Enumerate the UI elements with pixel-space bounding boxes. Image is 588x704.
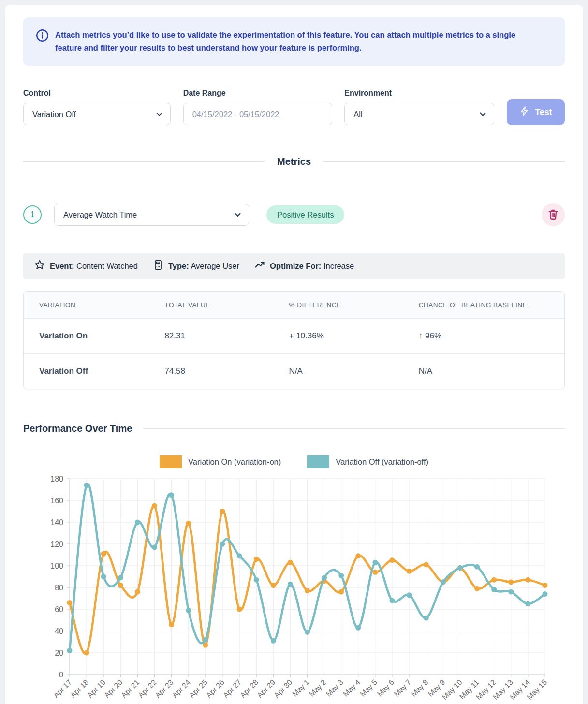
chance-value: N/A [403, 354, 564, 389]
svg-text:Apr 18: Apr 18 [69, 678, 90, 699]
table-row: Variation Off 74.58 N/A N/A [24, 354, 564, 389]
variation-name: Variation Off [24, 354, 149, 389]
svg-text:Apr 24: Apr 24 [171, 678, 192, 700]
trending-up-icon [254, 259, 265, 273]
svg-text:0: 0 [59, 671, 63, 679]
table-row: Variation On 82.31 + 10.36% ↑ 96% [24, 319, 564, 354]
svg-text:May 6: May 6 [375, 678, 396, 698]
svg-text:180: 180 [50, 475, 63, 483]
svg-text:Apr 28: Apr 28 [238, 678, 260, 699]
svg-text:140: 140 [50, 518, 63, 527]
performance-title: Performance Over Time [23, 423, 132, 434]
type-detail: Type: Average User [152, 259, 239, 273]
type-label: Type: [168, 262, 189, 270]
svg-text:Apr 26: Apr 26 [205, 678, 226, 699]
metric-row: 1 Average Watch Time Positive Results [23, 203, 565, 226]
variation-name: Variation On [24, 319, 149, 353]
event-value: Content Watched [76, 262, 138, 270]
svg-text:160: 160 [50, 497, 63, 505]
col-header-chance: CHANCE OF BEATING BASELINE [403, 292, 564, 318]
col-header-variation: VARIATION [24, 292, 149, 318]
positive-results-badge: Positive Results [266, 205, 344, 224]
chevron-down-icon [156, 110, 162, 116]
date-range-value: 04/15/2022 - 05/15/2022 [192, 110, 279, 119]
table-header-row: VARIATION TOTAL VALUE % DIFFERENCE CHANC… [24, 292, 564, 319]
svg-text:May 2: May 2 [308, 678, 328, 698]
calculator-icon [152, 259, 164, 273]
legend-label-variation-on: Variation On (variation-on) [188, 457, 281, 467]
svg-text:60: 60 [55, 605, 63, 614]
svg-text:Apr 19: Apr 19 [86, 678, 107, 699]
svg-text:Apr 30: Apr 30 [272, 678, 294, 700]
optimize-value: Increase [323, 262, 354, 270]
delete-metric-button[interactable] [542, 203, 565, 226]
line-chart-plot: 020406080100120140160180Apr 17Apr 18Apr … [23, 472, 574, 704]
col-header-total-value: TOTAL VALUE [149, 292, 273, 318]
chance-value: ↑ 96% [403, 319, 564, 353]
chevron-down-icon [480, 110, 486, 116]
metric-number-badge: 1 [23, 205, 42, 224]
legend-item-variation-off[interactable]: Variation Off (variation-off) [307, 455, 428, 468]
control-select[interactable]: Variation Off [23, 103, 171, 125]
svg-text:May 8: May 8 [410, 678, 430, 698]
svg-text:80: 80 [55, 584, 63, 592]
chart-legend: Variation On (variation-on) Variation Of… [23, 455, 565, 468]
section-rule [144, 428, 565, 429]
svg-text:100: 100 [50, 562, 63, 570]
info-banner-text: Attach metrics you’d like to use to vali… [55, 29, 536, 55]
optimize-detail: Optimize For: Increase [254, 259, 354, 273]
performance-section-header: Performance Over Time [23, 423, 565, 434]
chevron-down-icon [235, 210, 241, 217]
difference-value: N/A [274, 354, 403, 389]
legend-swatch-variation-on [160, 455, 182, 468]
svg-text:Apr 17: Apr 17 [52, 678, 73, 699]
trash-icon [547, 208, 559, 222]
divider-line [323, 161, 565, 162]
date-range-input[interactable]: 04/15/2022 - 05/15/2022 [183, 103, 332, 125]
svg-text:May 7: May 7 [392, 678, 412, 698]
date-range-field: Date Range 04/15/2022 - 05/15/2022 [183, 89, 332, 125]
total-value: 74.58 [149, 354, 273, 389]
svg-text:May 3: May 3 [324, 678, 345, 698]
controls-row: Control Variation Off Date Range 04/15/2… [23, 89, 565, 125]
svg-text:May 1: May 1 [291, 678, 311, 698]
metrics-section-title: Metrics [277, 156, 311, 167]
info-banner: Attach metrics you’d like to use to vali… [23, 17, 565, 66]
svg-text:Apr 25: Apr 25 [188, 678, 209, 699]
environment-select-value: All [353, 110, 362, 119]
metric-details-bar: Event: Content Watched Type: Av [23, 253, 565, 279]
experiment-results-panel: Attach metrics you’d like to use to vali… [5, 5, 583, 704]
svg-text:120: 120 [50, 540, 63, 548]
legend-swatch-variation-off [307, 455, 329, 468]
legend-item-variation-on[interactable]: Variation On (variation-on) [160, 455, 281, 468]
metric-select-value: Average Watch Time [63, 210, 137, 220]
control-field: Control Variation Off [23, 89, 171, 125]
svg-text:20: 20 [55, 649, 63, 657]
svg-text:Apr 29: Apr 29 [255, 678, 277, 699]
environment-select[interactable]: All [344, 103, 494, 125]
date-range-label: Date Range [183, 89, 332, 98]
environment-field: Environment All [344, 89, 494, 125]
svg-text:Apr 22: Apr 22 [136, 678, 158, 699]
svg-text:Apr 21: Apr 21 [119, 678, 141, 699]
test-button[interactable]: Test [507, 99, 565, 125]
svg-text:Apr 27: Apr 27 [221, 678, 243, 699]
legend-label-variation-off: Variation Off (variation-off) [336, 457, 428, 467]
divider-line [23, 161, 265, 162]
info-icon [36, 29, 49, 44]
total-value: 82.31 [149, 319, 273, 353]
event-label: Event: [50, 262, 74, 270]
performance-chart: Variation On (variation-on) Variation Of… [23, 455, 565, 704]
results-table: VARIATION TOTAL VALUE % DIFFERENCE CHANC… [23, 291, 565, 389]
type-value: Average User [191, 262, 239, 270]
environment-label: Environment [344, 89, 494, 98]
metric-select[interactable]: Average Watch Time [54, 204, 249, 226]
svg-text:Apr 23: Apr 23 [153, 678, 175, 699]
lightning-bolt-icon [519, 106, 530, 119]
svg-text:May 4: May 4 [341, 678, 362, 698]
control-label: Control [23, 89, 171, 98]
test-button-label: Test [535, 107, 552, 117]
star-icon [34, 259, 45, 273]
control-select-value: Variation Off [32, 110, 76, 119]
optimize-label: Optimize For: [270, 262, 321, 270]
